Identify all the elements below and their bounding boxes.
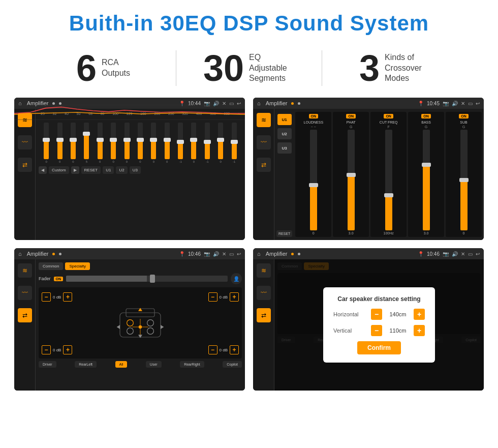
cutfreq-on-badge[interactable]: ON <box>384 114 393 118</box>
eq-prev-btn[interactable]: ◀ <box>39 166 47 174</box>
rearright-btn[interactable]: RearRight <box>180 361 204 368</box>
home-icon-4[interactable]: ⌂ <box>257 251 261 257</box>
sub-slider[interactable] <box>460 130 468 230</box>
fader-label: Fader <box>39 276 51 281</box>
eq-slider-8[interactable]: 0 <box>137 123 144 163</box>
bass-label: BASS <box>421 121 431 124</box>
eq-slider-14[interactable]: 0 <box>217 123 224 163</box>
eq-slider-2[interactable]: 0 <box>56 123 64 163</box>
fader-tab-specialty[interactable]: Specialty <box>65 262 89 270</box>
eq-u1-btn[interactable]: U1 <box>103 166 114 174</box>
eq-slider-6[interactable]: 0 <box>110 123 117 163</box>
cross-channel-phat: ON PHAT G 3.0 <box>333 112 369 237</box>
phat-on-badge[interactable]: ON <box>346 114 356 118</box>
cross-sidebar-btn-3[interactable]: ⇄ <box>257 158 271 172</box>
eq-slider-4[interactable]: 5 <box>83 123 90 163</box>
eq-reset-btn[interactable]: RESET <box>81 166 101 174</box>
db-plus-tr[interactable]: + <box>230 292 239 302</box>
back-icon-4[interactable]: ↩ <box>476 251 480 257</box>
fader-sidebar-btn-3[interactable]: ⇄ <box>18 308 32 322</box>
eq-slider-13[interactable]: -1 <box>204 123 211 163</box>
cutfreq-slider[interactable] <box>385 130 392 230</box>
db-val-bl: 0 dB <box>53 348 61 352</box>
user-btn[interactable]: User <box>146 361 162 368</box>
confirm-button[interactable]: Confirm <box>357 341 401 354</box>
db-minus-tr[interactable]: − <box>208 292 217 302</box>
x-icon-4: ✕ <box>461 251 465 257</box>
modal-horizontal-label: Horizontal <box>333 311 359 317</box>
fader-sidebar-btn-2[interactable]: 〰 <box>18 286 32 300</box>
db-plus-br[interactable]: + <box>230 345 239 354</box>
eq-slider-11[interactable]: -1 <box>177 123 184 163</box>
all-btn[interactable]: All <box>115 361 128 368</box>
eq-sidebar-btn-2[interactable]: 〰 <box>18 135 32 150</box>
cross-sidebar-btn-1[interactable]: ≋ <box>257 113 271 127</box>
fader-car-diagram: − 0 dB + − 0 dB + <box>39 287 242 359</box>
modal-vertical-label: Vertical <box>333 327 352 334</box>
bass-slider[interactable] <box>423 130 430 230</box>
eq-sidebar: ≋ 〰 ⇄ <box>14 109 36 240</box>
eq-slider-1[interactable]: 0 <box>43 123 50 163</box>
vertical-plus-btn[interactable]: + <box>414 325 425 336</box>
home-icon-2[interactable]: ⌂ <box>257 100 261 106</box>
eq-slider-5[interactable]: 0 <box>97 123 104 163</box>
dist-sidebar-btn-1[interactable]: ≋ <box>257 263 271 278</box>
back-icon-2[interactable]: ↩ <box>476 101 480 106</box>
cross-time: 10:45 <box>427 101 440 106</box>
fader-tab-common[interactable]: Common <box>39 262 63 270</box>
eq-u2-btn[interactable]: U2 <box>116 166 127 174</box>
horizontal-plus-btn[interactable]: + <box>414 309 425 320</box>
battery-icon-3: ▭ <box>229 251 234 257</box>
eq-custom-btn[interactable]: Custom <box>49 166 69 174</box>
eq-screen: ⌂ Amplifier 📍 10:44 📷 🔊 ✕ ▭ ↩ ≋ 〰 ⇄ <box>14 98 245 240</box>
cutfreq-label: CUT FREQ <box>380 121 398 124</box>
home-icon-3[interactable]: ⌂ <box>18 251 22 257</box>
cross-sidebar-btn-2[interactable]: 〰 <box>257 135 271 150</box>
dist-sidebar-btn-3[interactable]: ⇄ <box>257 308 271 322</box>
loudness-on-badge[interactable]: ON <box>309 114 319 118</box>
db-minus-tl[interactable]: − <box>42 292 51 302</box>
db-minus-br[interactable]: − <box>208 345 217 354</box>
horizontal-minus-btn[interactable]: − <box>371 309 382 320</box>
eq-slider-3[interactable]: 0 <box>70 123 77 163</box>
u1-preset-btn[interactable]: U1 <box>277 114 292 125</box>
bass-on-badge[interactable]: ON <box>421 114 431 118</box>
stat-eq: 30 EQ Adjustable Segments <box>176 50 322 86</box>
eq-slider-15[interactable]: -1 <box>231 123 238 163</box>
status-dot-orange <box>291 102 294 105</box>
rearleft-btn[interactable]: RearLeft <box>75 361 97 368</box>
eq-slider-7[interactable]: 0 <box>123 123 131 163</box>
camera-icon-2: 📷 <box>443 101 449 106</box>
cross-reset-btn[interactable]: RESET <box>276 230 292 237</box>
db-plus-tl[interactable]: + <box>63 292 72 302</box>
vertical-minus-btn[interactable]: − <box>371 325 382 336</box>
eq-next-btn[interactable]: ▶ <box>71 166 79 174</box>
eq-slider-12[interactable]: 0 <box>190 123 197 163</box>
driver-btn[interactable]: Driver <box>39 361 56 368</box>
x-icon-2: ✕ <box>461 101 465 106</box>
sub-on-badge[interactable]: ON <box>459 114 469 118</box>
stats-row: 6 RCA Outputs 30 EQ Adjustable Segments … <box>0 41 498 96</box>
cross-layout: U1 U2 U3 RESET ON LOUDNESS <box>276 112 482 237</box>
fader-on-badge[interactable]: ON <box>54 277 64 281</box>
u2-preset-btn[interactable]: U2 <box>277 128 292 139</box>
fader-topbar: ⌂ Amplifier 📍 10:46 📷 🔊 ✕ ▭ ↩ <box>14 248 245 259</box>
back-icon-3[interactable]: ↩ <box>237 251 241 257</box>
copilot-btn[interactable]: Copilot <box>223 361 242 368</box>
cross-sidebar: ≋ 〰 ⇄ <box>253 109 274 240</box>
modal-horizontal-row: Horizontal − 140cm + <box>333 309 425 320</box>
db-plus-bl[interactable]: + <box>63 345 72 354</box>
loudness-slider[interactable] <box>310 130 317 230</box>
fader-sidebar-btn-1[interactable]: ≋ <box>18 263 32 278</box>
db-bot-left: − 0 dB + <box>42 345 72 354</box>
db-minus-bl[interactable]: − <box>42 345 51 354</box>
eq-sidebar-btn-3[interactable]: ⇄ <box>18 158 32 172</box>
phat-slider[interactable] <box>348 130 355 230</box>
eq-u3-btn[interactable]: U3 <box>130 166 141 174</box>
fader-slider-bar[interactable] <box>66 276 228 282</box>
dist-sidebar-btn-2[interactable]: 〰 <box>257 286 271 300</box>
eq-slider-9[interactable]: 0 <box>150 123 157 163</box>
u3-preset-btn[interactable]: U3 <box>277 142 292 154</box>
fader-screen: ⌂ Amplifier 📍 10:46 📷 🔊 ✕ ▭ ↩ ≋ 〰 ⇄ <box>14 248 245 391</box>
eq-slider-10[interactable]: 0 <box>164 123 171 163</box>
